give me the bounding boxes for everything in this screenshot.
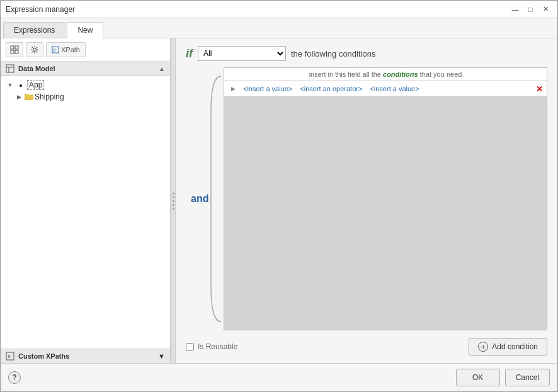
empty-conditions-area <box>224 97 547 330</box>
left-panel: X XPath Data Model ▲ <box>1 38 171 363</box>
main-content: X XPath Data Model ▲ <box>1 38 557 363</box>
splitter-dot-4 <box>173 204 174 206</box>
folder-icon <box>25 94 33 100</box>
tree-label-shipping: Shipping <box>35 92 64 101</box>
svg-text:X: X <box>53 48 56 52</box>
title-bar-left: Expression manager <box>6 5 75 14</box>
close-button[interactable]: ✕ <box>538 3 552 16</box>
conditions-area: and insert in this field all the conditi… <box>186 67 547 330</box>
footer: ? OK Cancel <box>1 363 557 391</box>
tree-toggle-shipping[interactable]: ▶ <box>14 92 23 101</box>
footer-left: ? <box>8 371 21 384</box>
bracket-svg <box>208 67 224 330</box>
window-title: Expression manager <box>6 5 75 14</box>
maximize-button[interactable]: □ <box>523 3 537 16</box>
custom-xpath-icon: X <box>6 352 14 361</box>
splitter-dot-2 <box>173 196 174 198</box>
splitter-dot-1 <box>173 193 174 194</box>
xpath-button[interactable]: X XPath <box>46 42 86 57</box>
title-bar: Expression manager — □ ✕ <box>1 1 557 18</box>
bullet-icon: ● <box>16 80 26 90</box>
condition-select[interactable]: All Any None <box>198 46 286 61</box>
tab-new[interactable]: New <box>67 22 103 38</box>
tree-label-app: App <box>27 80 44 90</box>
hint-prefix: insert in this field all the <box>309 70 381 78</box>
custom-xpath-chevron[interactable]: ▼ <box>158 352 165 360</box>
bottom-row: Is Reusable + Add condition <box>186 335 547 356</box>
svg-rect-2 <box>11 50 14 53</box>
data-model-icon <box>6 64 14 73</box>
splitter-dot-5 <box>173 208 174 210</box>
minimize-button[interactable]: — <box>508 3 522 16</box>
and-label: and <box>191 193 208 204</box>
svg-text:X: X <box>8 354 11 359</box>
add-condition-button[interactable]: + Add condition <box>469 338 547 356</box>
grid-icon <box>10 45 19 54</box>
footer-right: OK Cancel <box>456 369 550 386</box>
insert-value-2[interactable]: <insert a value> <box>367 85 421 92</box>
tab-bar: Expressions New <box>1 18 557 38</box>
data-model-header: Data Model ▲ <box>1 62 170 76</box>
title-bar-controls: — □ ✕ <box>508 3 552 16</box>
svg-rect-0 <box>11 46 14 49</box>
tree-item-root[interactable]: ▼ ● App <box>1 79 170 91</box>
svg-point-4 <box>33 48 37 52</box>
is-reusable-checkbox[interactable] <box>186 343 194 351</box>
tree-item-shipping[interactable]: ▶ Shipping <box>9 91 170 103</box>
help-button[interactable]: ? <box>8 371 21 384</box>
hint-conditions-word: conditions <box>383 70 418 78</box>
play-icon[interactable]: ▶ <box>228 84 238 94</box>
tab-expressions[interactable]: Expressions <box>3 22 65 38</box>
tree-toggle-app[interactable]: ▼ <box>6 81 14 89</box>
custom-xpath-section: X Custom XPaths ▼ <box>1 349 170 363</box>
add-circle-icon: + <box>478 342 488 352</box>
if-row: if All Any None the following conditions <box>186 46 547 61</box>
grid-icon-button[interactable] <box>6 42 23 57</box>
left-toolbar: X XPath <box>1 38 170 62</box>
panel-splitter[interactable] <box>171 38 176 363</box>
is-reusable-label: Is Reusable <box>186 342 237 351</box>
insert-operator[interactable]: <insert an operator> <box>297 85 365 92</box>
conditions-box: insert in this field all the conditions … <box>224 67 547 330</box>
xpath-icon: X <box>52 46 59 53</box>
gear-icon <box>30 45 39 54</box>
cancel-button[interactable]: Cancel <box>505 369 550 386</box>
condition-row: ▶ <insert a value> <insert an operator> … <box>224 81 547 97</box>
svg-rect-7 <box>6 65 14 72</box>
gear-icon-button[interactable] <box>26 42 43 57</box>
ok-button[interactable]: OK <box>456 369 500 386</box>
tree-area: ▼ ● App ▶ Shipping <box>1 76 170 349</box>
following-text: the following conditions <box>291 49 375 59</box>
bracket-area: and <box>186 67 224 330</box>
delete-condition-button[interactable]: ✕ <box>536 84 543 94</box>
hint-row: insert in this field all the conditions … <box>224 68 547 81</box>
hint-suffix: that you need <box>420 70 462 78</box>
if-keyword: if <box>186 47 193 60</box>
insert-value-1[interactable]: <insert a value> <box>241 85 295 92</box>
data-model-chevron[interactable]: ▲ <box>159 65 165 72</box>
expression-manager-window: Expression manager — □ ✕ Expressions New <box>0 0 558 392</box>
svg-rect-3 <box>15 50 18 53</box>
splitter-dot-3 <box>173 200 174 202</box>
right-panel: if All Any None the following conditions… <box>176 38 557 363</box>
svg-rect-1 <box>15 46 18 49</box>
